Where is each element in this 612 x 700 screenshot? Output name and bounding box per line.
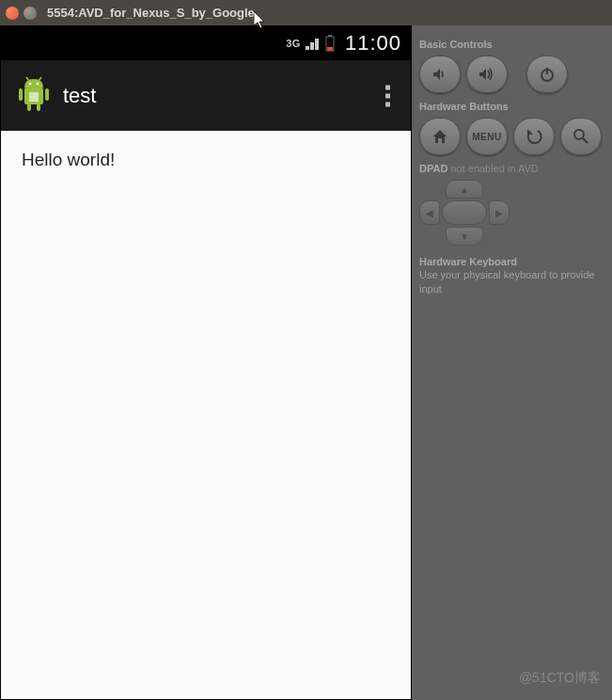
app-actionbar: test	[1, 60, 411, 131]
svg-point-10	[29, 82, 32, 85]
app-title: test	[63, 84, 96, 108]
volume-down-button[interactable]	[419, 56, 461, 93]
hello-text: Hello world!	[22, 150, 115, 169]
window-titlebar: 5554:AVD_for_Nexus_S_by_Google	[0, 0, 612, 25]
basic-controls-label: Basic Controls	[419, 39, 604, 50]
back-button[interactable]	[513, 118, 555, 155]
svg-rect-7	[37, 103, 40, 111]
clock: 11:00	[345, 31, 401, 56]
keyboard-hint: Hardware Keyboard Use your physical keyb…	[419, 255, 604, 295]
svg-rect-4	[19, 88, 23, 101]
network-indicator: 3G	[286, 38, 301, 49]
android-statusbar: 3G 11:00	[1, 26, 411, 60]
svg-rect-12	[29, 92, 39, 102]
device-screen: 3G 11:00	[0, 25, 412, 700]
power-button[interactable]	[526, 56, 568, 93]
svg-rect-2	[327, 47, 333, 51]
svg-rect-6	[27, 103, 31, 111]
svg-point-11	[37, 82, 39, 85]
svg-line-8	[26, 77, 29, 81]
dpad-status-text: DPAD not enabled in AVD	[419, 163, 604, 174]
app-content: Hello world!	[1, 131, 411, 699]
battery-icon	[325, 35, 335, 52]
emulator-controls-panel: Basic Controls Hardware Buttons MENU	[412, 25, 612, 700]
dpad-up-button: ▲	[446, 180, 483, 199]
android-robot-icon	[18, 75, 50, 117]
menu-button[interactable]: MENU	[466, 118, 508, 155]
signal-icon	[306, 37, 321, 50]
svg-line-9	[39, 77, 41, 81]
home-button[interactable]	[419, 118, 461, 155]
svg-line-16	[583, 138, 588, 143]
hardware-buttons-label: Hardware Buttons	[419, 101, 604, 112]
window-title: 5554:AVD_for_Nexus_S_by_Google	[47, 6, 255, 20]
window-minimize-button[interactable]	[24, 7, 37, 20]
search-button[interactable]	[560, 118, 602, 155]
dpad: ▲ ▼ ◀ ▶	[419, 180, 510, 246]
dpad-down-button: ▼	[446, 227, 483, 246]
overflow-menu-button[interactable]	[378, 77, 398, 114]
dpad-center-button	[442, 200, 487, 225]
volume-up-button[interactable]	[466, 56, 508, 93]
svg-rect-5	[45, 88, 49, 101]
dpad-left-button: ◀	[419, 200, 440, 225]
window-close-button[interactable]	[6, 7, 19, 20]
workspace: 3G 11:00	[0, 25, 612, 700]
dpad-right-button: ▶	[489, 200, 510, 225]
watermark: @51CTO博客	[519, 670, 601, 687]
svg-point-15	[574, 130, 584, 139]
